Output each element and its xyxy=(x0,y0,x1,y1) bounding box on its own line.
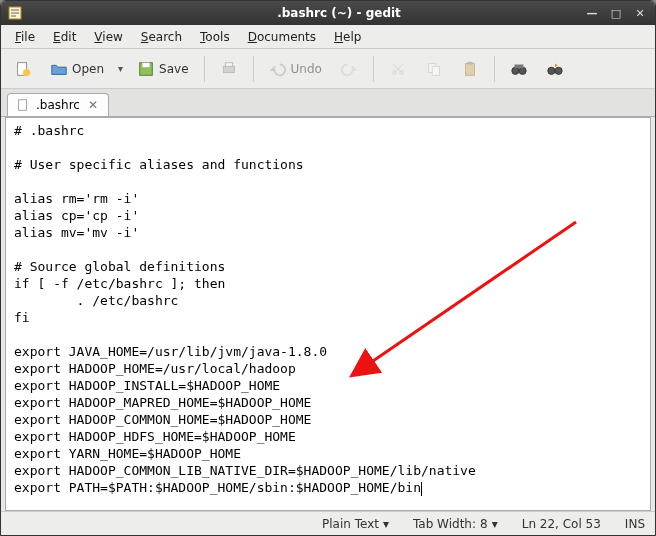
open-button[interactable]: Open xyxy=(43,55,111,83)
svg-point-2 xyxy=(23,69,30,76)
toolbar: Open ▾ Save Undo xyxy=(1,49,655,89)
menu-edit[interactable]: Edit xyxy=(45,28,84,46)
tabwidth-selector[interactable]: Tab Width: 8 ▾ xyxy=(413,517,498,531)
svg-rect-18 xyxy=(19,100,27,111)
find-replace-button[interactable] xyxy=(539,55,571,83)
tabwidth-label: Tab Width: xyxy=(413,517,476,531)
menu-help-label: elp xyxy=(343,30,361,44)
svg-point-17 xyxy=(555,67,562,74)
menu-tools-label: ools xyxy=(205,30,229,44)
svg-rect-12 xyxy=(467,61,472,64)
copy-button[interactable] xyxy=(418,55,450,83)
svg-rect-11 xyxy=(465,63,474,75)
tabwidth-value: 8 xyxy=(480,517,488,531)
clipboard-icon xyxy=(461,60,479,78)
printer-icon xyxy=(220,60,238,78)
open-label: Open xyxy=(72,62,104,76)
toolbar-separator xyxy=(253,56,254,82)
scissors-icon xyxy=(389,60,407,78)
minimize-button[interactable]: — xyxy=(583,5,601,21)
menu-view[interactable]: View xyxy=(86,28,130,46)
menu-edit-label: dit xyxy=(61,30,77,44)
syntax-selector[interactable]: Plain Text ▾ xyxy=(322,517,389,531)
file-tab[interactable]: .bashrc ✕ xyxy=(7,93,109,116)
redo-button[interactable] xyxy=(333,55,365,83)
close-window-button[interactable]: ✕ xyxy=(631,5,649,21)
save-button[interactable]: Save xyxy=(130,55,195,83)
new-file-icon xyxy=(14,60,32,78)
cut-button[interactable] xyxy=(382,55,414,83)
svg-rect-6 xyxy=(225,62,232,66)
save-label: Save xyxy=(159,62,188,76)
menu-view-label: iew xyxy=(102,30,123,44)
undo-label: Undo xyxy=(291,62,322,76)
toolbar-separator xyxy=(373,56,374,82)
print-button[interactable] xyxy=(213,55,245,83)
svg-point-13 xyxy=(512,67,519,74)
menu-tools[interactable]: Tools xyxy=(192,28,238,46)
titlebar: .bashrc (~) - gedit — □ ✕ xyxy=(1,1,655,25)
undo-button[interactable]: Undo xyxy=(262,55,329,83)
gedit-app-icon xyxy=(7,5,23,21)
svg-rect-10 xyxy=(432,66,439,75)
statusbar: Plain Text ▾ Tab Width: 8 ▾ Ln 22, Col 5… xyxy=(1,511,655,535)
new-button[interactable] xyxy=(7,55,39,83)
svg-point-14 xyxy=(519,67,526,74)
copy-icon xyxy=(425,60,443,78)
svg-rect-5 xyxy=(223,66,234,72)
menu-documents[interactable]: Documents xyxy=(240,28,324,46)
save-icon xyxy=(137,60,155,78)
insert-mode: INS xyxy=(625,517,645,531)
menu-search[interactable]: Search xyxy=(133,28,190,46)
paste-button[interactable] xyxy=(454,55,486,83)
svg-rect-4 xyxy=(142,62,149,66)
find-replace-icon xyxy=(546,60,564,78)
editor-area[interactable]: # .bashrc # User specific aliases and fu… xyxy=(5,117,651,511)
tabbar: .bashrc ✕ xyxy=(1,89,655,117)
syntax-label: Plain Text xyxy=(322,517,379,531)
menu-search-label: earch xyxy=(148,30,182,44)
binoculars-icon xyxy=(510,60,528,78)
chevron-down-icon: ▾ xyxy=(492,517,498,531)
svg-point-16 xyxy=(548,67,555,74)
tab-label: .bashrc xyxy=(36,98,80,112)
menu-help[interactable]: Help xyxy=(326,28,369,46)
menu-file-label: ile xyxy=(21,30,35,44)
cursor-position: Ln 22, Col 53 xyxy=(522,517,601,531)
menu-file[interactable]: File xyxy=(7,28,43,46)
app-window: .bashrc (~) - gedit — □ ✕ File Edit View… xyxy=(0,0,656,536)
menu-documents-label: ocuments xyxy=(257,30,316,44)
undo-icon xyxy=(269,60,287,78)
open-dropdown-caret[interactable]: ▾ xyxy=(115,63,126,74)
folder-open-icon xyxy=(50,60,68,78)
redo-icon xyxy=(340,60,358,78)
document-icon xyxy=(16,98,30,112)
svg-rect-15 xyxy=(514,64,523,68)
chevron-down-icon: ▾ xyxy=(383,517,389,531)
editor-content[interactable]: # .bashrc # User specific aliases and fu… xyxy=(14,122,642,496)
window-title: .bashrc (~) - gedit xyxy=(29,6,649,20)
toolbar-separator xyxy=(204,56,205,82)
toolbar-separator xyxy=(494,56,495,82)
menubar: File Edit View Search Tools Documents He… xyxy=(1,25,655,49)
find-button[interactable] xyxy=(503,55,535,83)
tab-close-button[interactable]: ✕ xyxy=(86,98,100,112)
maximize-button[interactable]: □ xyxy=(607,5,625,21)
